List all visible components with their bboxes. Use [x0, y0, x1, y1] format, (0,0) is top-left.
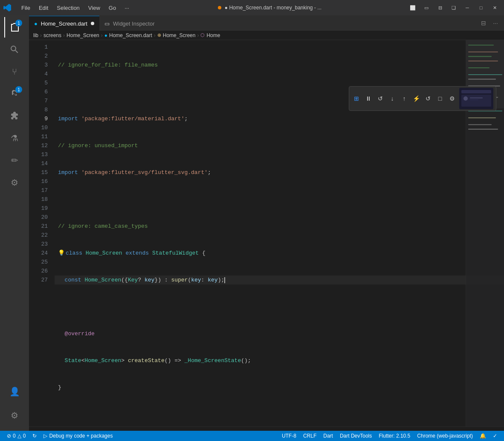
browser-text: Chrome (web-javascript) [417, 433, 473, 439]
activity-remote[interactable]: ⚙ [4, 172, 25, 193]
sync-icon: ↻ [32, 433, 37, 439]
status-warning-count: 0 [23, 433, 26, 439]
breadcrumb: lib › screens › Home_Screen › ● Home_Scr… [29, 31, 504, 40]
svg-rect-19 [468, 117, 496, 118]
line-4: // ignore: unused_import [55, 141, 504, 150]
menu-go[interactable]: Go [105, 4, 119, 12]
flutter-refresh-btn[interactable]: ↺ [376, 94, 385, 103]
flutter-version-text: Flutter: 2.10.5 [379, 433, 410, 439]
flutter-lightning-btn[interactable]: ⚡ [411, 94, 421, 103]
tab-home-screen-dart[interactable]: ● Home_Screen.dart [29, 16, 99, 31]
tab-label-widget-inspector: Widget Inspector [113, 20, 155, 27]
breadcrumb-screens[interactable]: screens [43, 32, 61, 38]
activity-search[interactable] [4, 39, 25, 60]
status-debug[interactable]: ▷ Debug my code + packages [40, 431, 116, 441]
debug-icon: ▷ [43, 433, 47, 439]
tab-widget-inspector[interactable]: ▭ Widget Inspector [99, 16, 160, 31]
flutter-stop-btn[interactable]: □ [435, 94, 445, 103]
breadcrumb-home-screen-dir[interactable]: Home_Screen [67, 32, 99, 38]
status-lang[interactable]: Dart [320, 431, 336, 441]
debug-label: Debug my code + packages [49, 433, 113, 439]
line-numbers: 1 2 3 4 5 6 7 8 9 10 11 12 13 14 [29, 40, 55, 426]
maximize-btn[interactable]: □ [475, 3, 487, 12]
status-eol[interactable]: CRLF [300, 431, 320, 441]
notification-icon: 🔔 [480, 433, 486, 439]
flutter-toolbar: ⊞ ⏸ ↺ ↓ ↑ ⚡ ↺ □ ⚙ [349, 86, 496, 111]
menu-more[interactable]: ··· [121, 4, 133, 12]
devtools-text: Dart DevTools [340, 433, 372, 439]
flutter-step-btn[interactable]: ↓ [388, 94, 397, 103]
more-actions-btn[interactable]: ··· [490, 18, 501, 28]
run-badge: 1 [15, 86, 22, 93]
tab-icon-inspector: ▭ [104, 20, 110, 27]
breadcrumb-lib[interactable]: lib [33, 32, 38, 38]
status-warning-icon: △ [17, 433, 21, 439]
tab-label-home-screen: Home_Screen.dart [41, 20, 87, 27]
breadcrumb-home-screen-dart[interactable]: Home_Screen.dart [109, 32, 152, 38]
status-errors[interactable]: ⊘ 0 △ 0 [3, 431, 29, 441]
menu-view[interactable]: View [85, 4, 104, 12]
activity-bar: 1 ⑂ 1 ⚗ ✏ ⚙ 👤 ⚙ [0, 15, 29, 431]
line-9: const Home_Screen({Key? key}) : super(ke… [55, 276, 504, 284]
activity-flask[interactable]: ⚗ [4, 128, 25, 148]
flutter-preview [459, 88, 493, 109]
editor-area: ● Home_Screen.dart ▭ Widget Inspector ⊟ … [29, 15, 504, 431]
activity-badge: 1 [15, 20, 22, 26]
line-5: import 'package:flutter_svg/flutter_svg.… [55, 168, 504, 177]
close-btn[interactable]: ✕ [489, 3, 501, 12]
activity-pencil[interactable]: ✏ [4, 150, 25, 171]
status-notifications[interactable]: 🔔 [476, 431, 490, 441]
main-layout: 1 ⑂ 1 ⚗ ✏ ⚙ 👤 ⚙ [0, 15, 504, 431]
layout-btn4[interactable]: ❏ [448, 3, 460, 12]
window-controls: ⬜ ▭ ⊟ ❏ ─ □ ✕ [407, 3, 501, 12]
title-modified-dot [218, 6, 221, 9]
flutter-pause-btn[interactable]: ⏸ [364, 94, 373, 103]
flutter-up-btn[interactable]: ↑ [400, 94, 409, 103]
line-10 [55, 302, 504, 311]
flutter-reload-btn[interactable]: ↺ [423, 94, 433, 103]
activity-run[interactable]: 1 [4, 84, 25, 104]
title-bar-left: File Edit Selection View Go ··· [3, 4, 133, 12]
tab-bar: ● Home_Screen.dart ▭ Widget Inspector ⊟ … [29, 15, 504, 31]
activity-bottom: 👤 ⚙ [4, 381, 25, 431]
line-12: State<Home_Screen> createState() => _Hom… [55, 356, 504, 365]
status-devtools[interactable]: Dart DevTools [336, 431, 375, 441]
eol-text: CRLF [303, 433, 316, 439]
status-sync[interactable]: ↻ [29, 431, 40, 441]
status-flutter[interactable]: Flutter: 2.10.5 [375, 431, 414, 441]
minimize-btn[interactable]: ─ [461, 3, 473, 12]
line-13: } [55, 383, 504, 392]
breadcrumb-member[interactable]: Home [206, 32, 220, 38]
layout-btn2[interactable]: ▭ [420, 3, 432, 12]
activity-account[interactable]: 👤 [4, 381, 25, 402]
line-1: // ignore_for_file: file_names [55, 61, 504, 70]
breadcrumb-class-name[interactable]: Home_Screen [163, 32, 196, 38]
activity-settings[interactable]: ⚙ [4, 405, 25, 426]
status-check[interactable]: ✓ [490, 431, 501, 441]
svg-rect-4 [470, 97, 483, 99]
menu-file[interactable]: File [18, 4, 34, 12]
activity-explorer[interactable]: 1 [4, 17, 25, 38]
flutter-settings-btn[interactable]: ⚙ [447, 94, 457, 103]
status-error-count: 0 [13, 433, 16, 439]
activity-source-control[interactable]: ⑂ [4, 61, 25, 82]
split-editor-btn[interactable]: ⊟ [478, 18, 489, 28]
menu-edit[interactable]: Edit [35, 4, 52, 12]
status-browser[interactable]: Chrome (web-javascript) [414, 431, 476, 441]
tab-modified-indicator [91, 22, 94, 25]
line-14 [55, 410, 504, 419]
line-11: @override [55, 329, 504, 338]
breadcrumb-class-icon: ⊕ [157, 32, 161, 38]
breadcrumb-dart-icon: ● [104, 32, 107, 38]
layout-btn3[interactable]: ⊟ [434, 3, 446, 12]
horizontal-scrollbar[interactable] [29, 426, 504, 431]
status-encoding[interactable]: UTF-8 [278, 431, 300, 441]
menu-selection[interactable]: Selection [53, 4, 83, 12]
tab-icon-dart: ● [34, 20, 38, 27]
flutter-inspect-btn[interactable]: ⊞ [352, 94, 361, 103]
layout-btn[interactable]: ⬜ [407, 3, 419, 12]
svg-rect-21 [468, 129, 498, 130]
line-7: // ignore: camel_case_types [55, 222, 504, 231]
activity-extensions[interactable] [4, 106, 25, 126]
svg-rect-1 [461, 90, 491, 93]
